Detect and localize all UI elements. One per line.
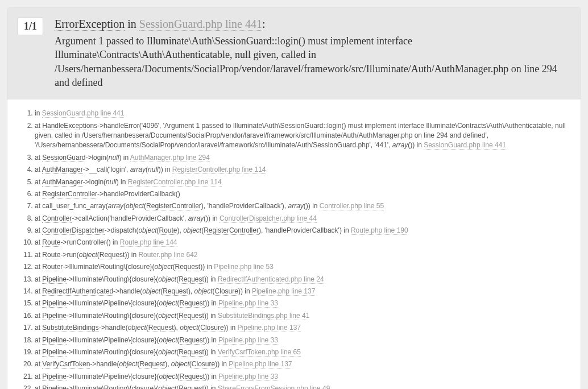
trace-text: ( bbox=[177, 373, 180, 380]
trace-file-link[interactable]: Pipeline.php line 33 bbox=[218, 373, 278, 381]
trace-text: at bbox=[35, 324, 42, 332]
trace-file-link[interactable]: SubstituteBindings.php line 41 bbox=[218, 312, 309, 320]
trace-class[interactable]: Route bbox=[42, 251, 60, 259]
trace-file-link[interactable]: RedirectIfAuthenticated.php line 24 bbox=[218, 275, 324, 284]
trace-class[interactable]: RedirectIfAuthenticated bbox=[42, 287, 113, 296]
trace-class[interactable]: SessionGuard bbox=[42, 154, 85, 162]
trace-class[interactable]: SubstituteBindings bbox=[42, 324, 98, 332]
trace-class[interactable]: Pipeline bbox=[42, 336, 67, 345]
trace-text: at bbox=[35, 275, 42, 283]
trace-text: at bbox=[35, 312, 42, 320]
trace-class[interactable]: AuthManager bbox=[42, 178, 83, 187]
trace-text: ->Illuminate\Pipeline\{closure}( bbox=[67, 336, 159, 344]
trace-class[interactable]: Route bbox=[42, 238, 60, 247]
trace-object-type[interactable]: Closure bbox=[192, 360, 215, 369]
trace-object-type[interactable]: Request bbox=[175, 263, 201, 271]
trace-file-link[interactable]: Controller.php line 55 bbox=[320, 202, 384, 210]
trace-keyword: array bbox=[392, 141, 408, 149]
trace-object-type[interactable]: Route bbox=[159, 226, 177, 235]
trace-frame: at Route->runController() in Route.php l… bbox=[35, 237, 570, 249]
trace-frame: at RedirectIfAuthenticated->handle(objec… bbox=[35, 285, 570, 297]
trace-object-type[interactable]: Request bbox=[180, 336, 205, 345]
trace-frame: in SessionGuard.php line 441 bbox=[35, 107, 570, 119]
trace-text: at bbox=[35, 251, 42, 259]
trace-frame: at HandleExceptions->handleError('4096',… bbox=[35, 120, 570, 152]
trace-class[interactable]: Controller bbox=[42, 214, 72, 223]
trace-object-type[interactable]: Closure bbox=[200, 324, 223, 332]
trace-text: at bbox=[35, 299, 42, 307]
trace-text: ->runController() in bbox=[60, 238, 119, 246]
trace-text: at bbox=[35, 154, 42, 162]
trace-class[interactable]: Pipeline bbox=[42, 312, 67, 320]
trace-class[interactable]: RegisterController bbox=[42, 190, 97, 198]
trace-class[interactable]: AuthManager bbox=[42, 165, 83, 174]
trace-object-type[interactable]: Request bbox=[139, 360, 165, 369]
trace-keyword: array bbox=[108, 202, 123, 210]
trace-object-type[interactable]: Request bbox=[163, 287, 188, 296]
trace-file-link[interactable]: Route.php line 144 bbox=[120, 238, 177, 247]
trace-class[interactable]: Pipeline bbox=[42, 373, 67, 381]
trace-text: )) in bbox=[215, 360, 229, 368]
trace-class[interactable]: HandleExceptions bbox=[42, 122, 97, 130]
trace-class[interactable]: Pipeline bbox=[42, 299, 67, 308]
trace-class[interactable]: VerifyCsrfToken bbox=[42, 360, 90, 369]
trace-file-link[interactable]: Pipeline.php line 33 bbox=[218, 299, 278, 308]
trace-text: at bbox=[35, 373, 42, 380]
trace-file-link[interactable]: SessionGuard.php line 441 bbox=[42, 109, 125, 118]
trace-text: at bbox=[35, 384, 42, 389]
trace-text: ), bbox=[177, 226, 184, 234]
trace-object-type[interactable]: Request bbox=[180, 373, 205, 381]
trace-file-link[interactable]: ShareErrorsFromSession.php line 49 bbox=[218, 384, 330, 389]
error-header: 1/1 ErrorException in SessionGuard.php l… bbox=[7, 7, 581, 100]
trace-file-link[interactable]: AuthManager.php line 294 bbox=[130, 154, 210, 162]
trace-file-link[interactable]: VerifyCsrfToken.php line 65 bbox=[218, 348, 301, 357]
trace-file-link[interactable]: ControllerDispatcher.php line 44 bbox=[220, 214, 317, 223]
trace-file-link[interactable]: Pipeline.php line 53 bbox=[214, 263, 274, 271]
trace-file-link[interactable]: Pipeline.php line 137 bbox=[252, 287, 315, 296]
trace-text: ->handle( bbox=[99, 324, 128, 332]
trace-object-type[interactable]: RegisterController bbox=[204, 226, 259, 235]
trace-object-type[interactable]: Request bbox=[180, 299, 205, 308]
trace-file-link[interactable]: RegisterController.php line 114 bbox=[172, 165, 266, 174]
trace-frame: at Pipeline->Illuminate\Pipeline\{closur… bbox=[35, 297, 570, 309]
stack-trace: in SessionGuard.php line 441at HandleExc… bbox=[7, 100, 581, 389]
error-panel: 1/1 ErrorException in SessionGuard.php l… bbox=[7, 7, 581, 389]
trace-object-type[interactable]: RegisterController bbox=[146, 202, 201, 210]
exception-name[interactable]: ErrorException bbox=[55, 18, 125, 31]
trace-text: at bbox=[35, 165, 42, 173]
trace-object-type[interactable]: Request bbox=[179, 275, 204, 284]
trace-class[interactable]: Router bbox=[42, 263, 63, 271]
trace-text: ->Illuminate\Routing\{closure}( bbox=[67, 312, 158, 320]
trace-text: ) in bbox=[117, 178, 128, 186]
trace-frame: at Pipeline->Illuminate\Routing\{closure… bbox=[35, 383, 570, 389]
trace-keyword: object bbox=[159, 373, 177, 380]
trace-keyword: array bbox=[288, 202, 303, 210]
trace-keyword: object bbox=[194, 287, 213, 295]
trace-file-link[interactable]: Pipeline.php line 137 bbox=[229, 360, 292, 369]
trace-file-link[interactable]: RegisterController.php line 114 bbox=[128, 178, 222, 187]
trace-object-type[interactable]: Closure bbox=[215, 287, 238, 296]
trace-object-type[interactable]: Request bbox=[100, 251, 125, 259]
trace-object-type[interactable]: Request bbox=[179, 384, 204, 389]
trace-file-link[interactable]: Route.php line 190 bbox=[351, 226, 408, 235]
header-text: ErrorException in SessionGuard.php line … bbox=[55, 18, 570, 89]
trace-frame: at SubstituteBindings->handle(object(Req… bbox=[35, 322, 570, 334]
trace-frame: at Router->Illuminate\Routing\{closure}(… bbox=[35, 261, 570, 273]
trace-keyword: object bbox=[158, 384, 176, 389]
trace-file-link[interactable]: Router.php line 642 bbox=[138, 251, 197, 259]
trace-object-type[interactable]: Request bbox=[179, 348, 204, 357]
trace-file-link[interactable]: SessionGuard.php line 441 bbox=[424, 141, 506, 150]
trace-object-type[interactable]: Request bbox=[148, 324, 174, 332]
trace-text: at bbox=[35, 122, 42, 130]
trace-class[interactable]: Pipeline bbox=[42, 348, 67, 357]
trace-text: ->login( bbox=[85, 154, 108, 162]
trace-object-type[interactable]: Request bbox=[179, 312, 204, 320]
trace-class[interactable]: Pipeline bbox=[42, 384, 67, 389]
exception-file-link[interactable]: SessionGuard.php line 441 bbox=[139, 18, 262, 31]
trace-file-link[interactable]: Pipeline.php line 33 bbox=[218, 336, 278, 345]
trace-class[interactable]: Pipeline bbox=[42, 275, 67, 284]
trace-text: at bbox=[35, 287, 42, 295]
trace-class[interactable]: ControllerDispatcher bbox=[42, 226, 104, 235]
trace-text: ->Illuminate\Routing\{closure}( bbox=[63, 263, 154, 271]
trace-file-link[interactable]: Pipeline.php line 137 bbox=[238, 324, 301, 332]
